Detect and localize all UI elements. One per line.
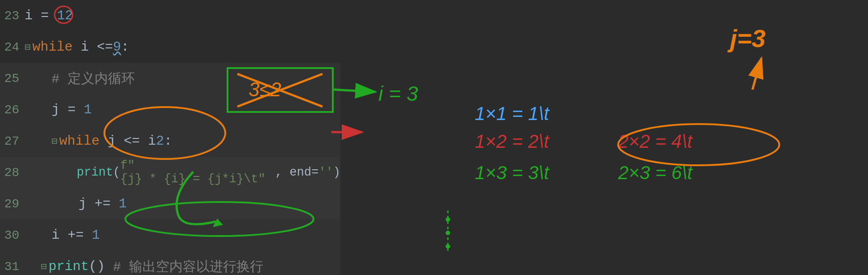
token: end [290,166,312,179]
svg-point-0 [55,6,73,23]
token: 2 [156,133,164,149]
token: += [60,228,92,243]
code-editor: 23 i = 1 2 24 ⊟ while i <= 9 : 25 [0,0,340,275]
token: = [311,166,318,179]
line-number-30: 30 [0,228,25,242]
token: 9 [113,39,121,55]
token: : [121,39,129,55]
token: j [52,102,60,117]
line-24-content: ⊟ while i <= 9 : [25,39,129,55]
token-str: f"{j} * {i} = {j*i}\t" [120,159,275,186]
token: i [25,8,33,23]
token: 1 [119,196,127,211]
line-31-content: ⊟ print () # 输出空内容以进行换行 [25,258,263,275]
line-27-content: ⊟ while j <= i 2 : [25,133,172,149]
token: 1 [92,228,100,243]
line-30-content: i += 1 [25,228,100,243]
line-26-content: j = 1 [25,102,92,117]
text-formula-1x1: 1×1 = 1\t [475,103,550,124]
token: : [164,133,172,149]
dot-2 [446,231,450,235]
dot-1 [446,217,450,222]
dot-3 [446,244,450,249]
line-number-23: 23 [0,9,25,23]
token-circled-1: 1 [57,8,65,23]
line-25-content: # 定义内循环 [25,69,135,88]
line-number-24: 24 [0,40,25,54]
code-line-29: 29 j += 1 [0,188,340,219]
line-number-25: 25 [0,72,25,86]
token: 1 [84,102,92,117]
token: += [86,196,119,211]
token: i [52,228,60,243]
line-number-31: 31 [0,260,25,274]
collapse-icon-31[interactable]: ⊟ [41,261,47,273]
token-comment-2: # 输出空内容以进行换行 [105,258,263,275]
token: ) [333,166,340,179]
code-line-30: 30 i += 1 [0,219,340,251]
code-line-27: 27 ⊟ while j <= i 2 : [0,125,340,157]
token-func-print: print [48,259,89,274]
text-formula-2x3: 2×3 = 6\t [618,162,693,183]
line-number-29: 29 [0,197,25,211]
arrow-up-to-j3 [752,58,761,90]
code-line-25: 25 # 定义内循环 [0,63,340,94]
token: i <= [73,39,113,55]
line-23-content: i = 1 2 [25,8,73,23]
code-line-31: 31 ⊟ print () # 输出空内容以进行换行 [0,251,340,275]
while-keyword-2: while [59,133,99,149]
token: () [89,259,105,274]
line-number-27: 27 [0,134,25,148]
collapse-icon-24[interactable]: ⊟ [25,41,30,53]
line-29-content: j += 1 [25,196,127,211]
code-line-24: 24 ⊟ while i <= 9 : [0,31,340,63]
code-line-28: 28 print ( f"{j} * {i} = {j*i}\t" , end … [0,157,340,188]
while-keyword: while [32,39,73,55]
line-number-26: 26 [0,103,25,117]
line-28-content: print ( f"{j} * {i} = {j*i}\t" , end = '… [25,159,340,186]
token: = [60,102,84,117]
token-func: print [77,166,113,179]
code-line-23: 23 i = 1 2 [0,0,340,31]
text-formula-1x3: 1×3 = 3\t [475,162,550,183]
token: , [275,166,289,179]
text-formula-2x2: 2×2 = 4\t [618,131,693,152]
code-line-26: 26 j = 1 [0,94,340,125]
text-formula-1x2: 1×2 = 2\t [475,131,550,152]
orange-circle-2x2 [618,124,779,165]
token: j [78,196,86,211]
text-j-equals-3: j=3 [727,24,765,52]
line-number-28: 28 [0,166,25,180]
token: '' [318,166,333,179]
collapse-icon-27[interactable]: ⊟ [52,135,57,147]
text-i-equals-3: i = 3 [378,82,418,105]
token-comment: # 定义内循环 [52,69,135,88]
token: ( [113,166,120,179]
token: j <= i [99,133,156,149]
